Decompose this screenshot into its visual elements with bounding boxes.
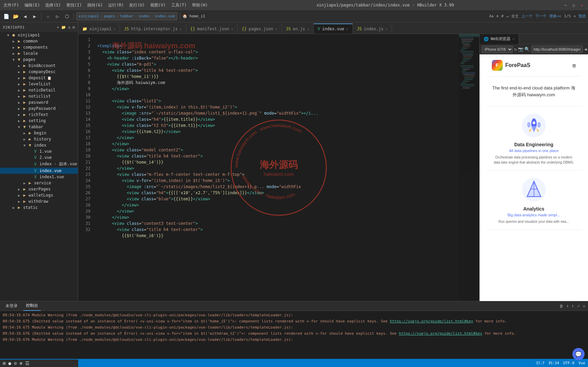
symbol-icon[interactable]: #: [501, 14, 504, 18]
back-browser-icon[interactable]: ◀: [584, 47, 587, 52]
menu-file[interactable]: 文件(F): [3, 2, 19, 8]
run-button[interactable]: ▷: [53, 12, 62, 20]
replace-button[interactable]: 替换<<: [549, 14, 561, 19]
debug-button[interactable]: ⬡: [63, 12, 71, 20]
tree-item-payPassword[interactable]: ▶ ▶ payPassword: [0, 105, 78, 112]
vuejs-link-2[interactable]: https://vuejs.org/guide/list.html#key: [399, 331, 482, 336]
menu-tools[interactable]: 工具(T): [171, 2, 187, 8]
preview-menu-icon[interactable]: ≡: [572, 62, 576, 69]
refresh-browser-icon[interactable]: ↻: [514, 47, 517, 52]
console-tab-unlogged[interactable]: 未登录: [3, 301, 20, 311]
tree-item-pages[interactable]: ▼ ▼ pages: [0, 56, 78, 63]
tree-item-index1vue[interactable]: V index1.vue: [0, 174, 78, 180]
console-tab-console[interactable]: 控制台: [23, 301, 41, 311]
tab-index-js[interactable]: JS index.js ✕: [353, 23, 392, 34]
tree-item-2vue[interactable]: V 2.vue: [0, 154, 78, 161]
menu-edit[interactable]: 编辑(E): [24, 2, 40, 8]
tree-item-noticlist[interactable]: ▶ ▶ noticlist: [0, 93, 78, 99]
new-file-button[interactable]: 📄: [2, 12, 10, 20]
tab-index-vue[interactable]: V index.vue ✕: [314, 23, 353, 34]
format-icon[interactable]: ≡: [496, 14, 499, 18]
vuejs-link-1[interactable]: https://vuejs.org/guide/list.html#key: [390, 319, 473, 323]
tree-item-components[interactable]: ▶ ▶ components: [0, 44, 78, 50]
font-size-icon[interactable]: Aa: [489, 14, 494, 18]
close-tab-index-vue[interactable]: ✕: [346, 27, 348, 31]
preview-iframe[interactable]: F ForePaaS ≡ The first end-to-end cloud …: [486, 54, 582, 301]
console-tab-label-unlogged: 未登录: [5, 303, 18, 309]
tree-item-richText[interactable]: ▶ ▶ richText: [0, 112, 78, 118]
menu-publish[interactable]: 发行(U): [129, 2, 145, 8]
add-file-icon[interactable]: +: [57, 25, 59, 30]
tree-item-companyDesc[interactable]: ▶ ▶ companyDesc: [0, 69, 78, 75]
scroll-bottom-icon[interactable]: ⬇: [572, 304, 574, 308]
tree-item-common[interactable]: ▶ ▶ common: [0, 38, 78, 44]
tab-en[interactable]: JS en.js ✕: [282, 23, 314, 34]
tree-item-xinjiapo1[interactable]: ▼ ● xinjiapo1: [0, 32, 78, 38]
console-area: 未登录 控制台 🗑 ⬆ ⬇ ⤢ ✕ 09:54:19.674 Module Wa…: [0, 301, 588, 359]
minimize-button[interactable]: ─: [563, 2, 568, 8]
menu-jump[interactable]: 跳转(G): [87, 2, 103, 8]
bookmark-button[interactable]: ☆: [44, 12, 52, 20]
close-preview-tab[interactable]: ✕: [513, 37, 515, 41]
tree-item-history[interactable]: ▶ ▶ history: [0, 136, 78, 142]
collapse-icon[interactable]: ⊟: [73, 25, 75, 30]
tree-item-userPages[interactable]: ▶ ▶ userPages: [0, 186, 78, 192]
tab-pages[interactable]: {} pages.json ✕: [238, 23, 282, 34]
menu-run[interactable]: 运行(R): [108, 2, 124, 8]
tab-manifest[interactable]: {} manifest.json ✕: [186, 23, 238, 34]
inspect-icon[interactable]: 🔍: [524, 47, 530, 52]
open-button[interactable]: 📂: [12, 12, 20, 20]
tree-item-bindAccount[interactable]: ▶ ▶ bindAccount: [0, 63, 78, 69]
tree-item-password[interactable]: ▶ ▶ password: [0, 99, 78, 105]
tree-item-setting[interactable]: ▶ ▶ setting: [0, 118, 78, 124]
tree-item-index[interactable]: ▼ ▼ index: [0, 142, 78, 148]
device-select[interactable]: iPhone 6/7/8: [482, 46, 513, 53]
menu-select[interactable]: 选择(S): [45, 2, 61, 8]
close-tab-pages[interactable]: ✕: [275, 27, 277, 31]
scroll-top-icon[interactable]: ⬆: [566, 304, 569, 308]
close-search-icon[interactable]: ✕: [573, 14, 576, 18]
close-tab-xinjiapo1[interactable]: ✕: [114, 27, 116, 31]
tree-item-deposit[interactable]: ▶ ▶ deposit 📋: [0, 75, 78, 81]
add-folder-icon[interactable]: 📁: [61, 25, 66, 30]
tree-item-static[interactable]: ▶ ▶ static: [0, 204, 78, 211]
close-tab-http[interactable]: ✕: [180, 27, 182, 31]
tab-xinjiapo1[interactable]: 📁 xinjiapo1 ✕: [78, 23, 120, 34]
tree-item-tabbar[interactable]: ▼ ▼ tabbar: [0, 124, 78, 130]
tree-item-1vue[interactable]: V 1.vue: [0, 148, 78, 154]
tree-item-service[interactable]: ▶ ▶ service: [0, 180, 78, 186]
prev-button[interactable]: 上一个: [521, 14, 533, 19]
menu-view[interactable]: 视图(V): [150, 2, 166, 8]
tree-item-begin[interactable]: ▶ ▶ begin: [0, 130, 78, 136]
menu-help[interactable]: 帮助(H): [192, 2, 208, 8]
next-button[interactable]: 下一个: [535, 14, 547, 19]
tab-web-browser[interactable]: 🌐 Web浏览器 ✕: [480, 34, 519, 44]
preview-button[interactable]: 预览: [578, 14, 586, 19]
tree-item-levelList[interactable]: ▶ ▶ levelList: [0, 81, 78, 87]
preview-panel: 🌐 Web浏览器 ✕ iPhone 6/7/8 ↻ 📷 🔍: [479, 34, 588, 301]
close-tab-index-js[interactable]: ✕: [385, 27, 387, 31]
menu-find[interactable]: 查找(I): [66, 2, 82, 8]
tree-item-walletLogs[interactable]: ▶ ▶ walletLogs: [0, 192, 78, 198]
tree-item-withdraw[interactable]: ▶ ▶ withdraw: [0, 198, 78, 204]
tab-label-index-vue: index.vue: [322, 27, 344, 31]
back-button[interactable]: ◀: [21, 12, 29, 20]
screenshot-icon[interactable]: 📷: [518, 47, 523, 52]
close-tab-manifest[interactable]: ✕: [231, 27, 233, 31]
tree-item-noticDetail[interactable]: ▶ ▶ noticDetail: [0, 87, 78, 93]
url-input[interactable]: [531, 46, 583, 53]
tree-item-indexvue[interactable]: V index.vue: [0, 168, 78, 174]
close-button[interactable]: ✕: [579, 2, 585, 8]
tree-item-locale[interactable]: ▶ ▶ locale: [0, 50, 78, 56]
refresh-icon[interactable]: ↻: [68, 25, 71, 30]
clear-console-icon[interactable]: 🗑: [559, 304, 564, 308]
code-content[interactable]: <template> <view class="index content u-…: [94, 34, 459, 301]
tree-item-index-copy[interactable]: V index - 副本.vue: [0, 161, 78, 168]
forward-button[interactable]: ▶: [31, 12, 39, 20]
wrap-icon[interactable]: ↵: [506, 14, 509, 18]
expand-console-icon[interactable]: ⤢: [577, 304, 580, 308]
close-tab-en[interactable]: ✕: [307, 27, 309, 31]
tab-http-interceptor[interactable]: JS http.interceptor.js ✕: [120, 23, 186, 34]
close-console-icon[interactable]: ✕: [583, 304, 585, 308]
maximize-button[interactable]: □: [571, 2, 576, 8]
